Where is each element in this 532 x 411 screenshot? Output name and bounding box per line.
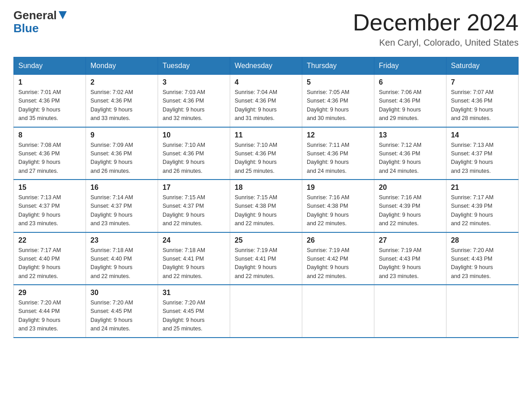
day-info: Sunrise: 7:05 AM Sunset: 4:36 PM Dayligh…: [307, 88, 369, 123]
calendar-cell: 23 Sunrise: 7:18 AM Sunset: 4:40 PM Dayl…: [86, 232, 158, 285]
day-info: Sunrise: 7:20 AM Sunset: 4:45 PM Dayligh…: [163, 299, 225, 334]
day-number: 30: [90, 289, 153, 297]
day-info: Sunrise: 7:17 AM Sunset: 4:39 PM Dayligh…: [451, 193, 514, 228]
header-monday: Monday: [86, 57, 158, 75]
svg-marker-0: [59, 11, 67, 19]
week-row-2: 8 Sunrise: 7:08 AM Sunset: 4:36 PM Dayli…: [14, 127, 519, 180]
calendar-cell: 25 Sunrise: 7:19 AM Sunset: 4:41 PM Dayl…: [230, 232, 302, 285]
calendar-cell: 19 Sunrise: 7:16 AM Sunset: 4:38 PM Dayl…: [302, 180, 374, 232]
day-number: 15: [18, 184, 81, 192]
day-info: Sunrise: 7:20 AM Sunset: 4:43 PM Dayligh…: [451, 246, 514, 281]
day-number: 16: [90, 184, 153, 192]
day-info: Sunrise: 7:15 AM Sunset: 4:37 PM Dayligh…: [163, 193, 225, 228]
calendar-body: 1 Sunrise: 7:01 AM Sunset: 4:36 PM Dayli…: [14, 75, 519, 338]
calendar-cell: 31 Sunrise: 7:20 AM Sunset: 4:45 PM Dayl…: [158, 285, 230, 338]
logo-triangle-icon: [59, 11, 67, 21]
logo-general: General: [13, 9, 57, 22]
day-number: 26: [307, 236, 369, 244]
calendar-cell: 30 Sunrise: 7:20 AM Sunset: 4:45 PM Dayl…: [86, 285, 158, 338]
day-info: Sunrise: 7:10 AM Sunset: 4:36 PM Dayligh…: [235, 141, 297, 176]
calendar-cell: 21 Sunrise: 7:17 AM Sunset: 4:39 PM Dayl…: [446, 180, 519, 232]
calendar-table: Sunday Monday Tuesday Wednesday Thursday…: [13, 57, 519, 338]
day-number: 25: [235, 236, 297, 244]
calendar-cell: 22 Sunrise: 7:17 AM Sunset: 4:40 PM Dayl…: [14, 232, 86, 285]
day-info: Sunrise: 7:13 AM Sunset: 4:37 PM Dayligh…: [18, 193, 81, 228]
calendar-cell: 4 Sunrise: 7:04 AM Sunset: 4:36 PM Dayli…: [230, 75, 302, 127]
day-number: 3: [163, 78, 225, 86]
day-number: 4: [235, 78, 297, 86]
header-friday: Friday: [374, 57, 446, 75]
calendar-cell: 17 Sunrise: 7:15 AM Sunset: 4:37 PM Dayl…: [158, 180, 230, 232]
page-header: General Blue December 2024 Ken Caryl, Co…: [13, 9, 519, 48]
week-row-5: 29 Sunrise: 7:20 AM Sunset: 4:44 PM Dayl…: [14, 285, 519, 338]
calendar-cell: 29 Sunrise: 7:20 AM Sunset: 4:44 PM Dayl…: [14, 285, 86, 338]
calendar-cell: 10 Sunrise: 7:10 AM Sunset: 4:36 PM Dayl…: [158, 127, 230, 180]
day-info: Sunrise: 7:09 AM Sunset: 4:36 PM Dayligh…: [90, 141, 153, 176]
day-number: 18: [235, 184, 297, 192]
calendar-cell: 20 Sunrise: 7:16 AM Sunset: 4:39 PM Dayl…: [374, 180, 446, 232]
day-number: 9: [90, 131, 153, 139]
calendar-cell: 18 Sunrise: 7:15 AM Sunset: 4:38 PM Dayl…: [230, 180, 302, 232]
day-info: Sunrise: 7:01 AM Sunset: 4:36 PM Dayligh…: [18, 88, 81, 123]
calendar-cell: [446, 285, 519, 338]
day-number: 11: [235, 131, 297, 139]
day-info: Sunrise: 7:04 AM Sunset: 4:36 PM Dayligh…: [235, 88, 297, 123]
calendar-cell: 13 Sunrise: 7:12 AM Sunset: 4:36 PM Dayl…: [374, 127, 446, 180]
day-info: Sunrise: 7:17 AM Sunset: 4:40 PM Dayligh…: [18, 246, 81, 281]
day-number: 20: [379, 184, 442, 192]
logo: General Blue: [13, 9, 67, 34]
calendar-cell: 3 Sunrise: 7:03 AM Sunset: 4:36 PM Dayli…: [158, 75, 230, 127]
calendar-cell: 14 Sunrise: 7:13 AM Sunset: 4:37 PM Dayl…: [446, 127, 519, 180]
day-number: 6: [379, 78, 442, 86]
week-row-3: 15 Sunrise: 7:13 AM Sunset: 4:37 PM Dayl…: [14, 180, 519, 232]
day-info: Sunrise: 7:15 AM Sunset: 4:38 PM Dayligh…: [235, 193, 297, 228]
day-number: 10: [163, 131, 225, 139]
day-info: Sunrise: 7:19 AM Sunset: 4:43 PM Dayligh…: [379, 246, 442, 281]
month-title: December 2024: [353, 9, 519, 36]
day-number: 21: [451, 184, 514, 192]
day-info: Sunrise: 7:07 AM Sunset: 4:36 PM Dayligh…: [451, 88, 514, 123]
calendar-cell: [374, 285, 446, 338]
day-info: Sunrise: 7:18 AM Sunset: 4:41 PM Dayligh…: [163, 246, 225, 281]
header-wednesday: Wednesday: [230, 57, 302, 75]
header-sunday: Sunday: [14, 57, 86, 75]
day-number: 17: [163, 184, 225, 192]
calendar-cell: 2 Sunrise: 7:02 AM Sunset: 4:36 PM Dayli…: [86, 75, 158, 127]
day-info: Sunrise: 7:10 AM Sunset: 4:36 PM Dayligh…: [163, 141, 225, 176]
calendar-cell: 6 Sunrise: 7:06 AM Sunset: 4:36 PM Dayli…: [374, 75, 446, 127]
calendar-cell: 5 Sunrise: 7:05 AM Sunset: 4:36 PM Dayli…: [302, 75, 374, 127]
calendar-header: Sunday Monday Tuesday Wednesday Thursday…: [14, 57, 519, 75]
header-tuesday: Tuesday: [158, 57, 230, 75]
calendar-cell: 1 Sunrise: 7:01 AM Sunset: 4:36 PM Dayli…: [14, 75, 86, 127]
day-info: Sunrise: 7:20 AM Sunset: 4:44 PM Dayligh…: [18, 299, 81, 334]
calendar-cell: 8 Sunrise: 7:08 AM Sunset: 4:36 PM Dayli…: [14, 127, 86, 180]
day-info: Sunrise: 7:12 AM Sunset: 4:36 PM Dayligh…: [379, 141, 442, 176]
day-number: 8: [18, 131, 81, 139]
day-number: 23: [90, 236, 153, 244]
day-number: 28: [451, 236, 514, 244]
day-info: Sunrise: 7:14 AM Sunset: 4:37 PM Dayligh…: [90, 193, 153, 228]
day-number: 1: [18, 78, 81, 86]
calendar-cell: 27 Sunrise: 7:19 AM Sunset: 4:43 PM Dayl…: [374, 232, 446, 285]
day-number: 14: [451, 131, 514, 139]
day-number: 2: [90, 78, 153, 86]
day-info: Sunrise: 7:02 AM Sunset: 4:36 PM Dayligh…: [90, 88, 153, 123]
calendar-cell: 9 Sunrise: 7:09 AM Sunset: 4:36 PM Dayli…: [86, 127, 158, 180]
header-thursday: Thursday: [302, 57, 374, 75]
day-info: Sunrise: 7:03 AM Sunset: 4:36 PM Dayligh…: [163, 88, 225, 123]
calendar-cell: [302, 285, 374, 338]
logo-blue: Blue: [13, 21, 39, 35]
day-number: 27: [379, 236, 442, 244]
day-number: 12: [307, 131, 369, 139]
day-info: Sunrise: 7:08 AM Sunset: 4:36 PM Dayligh…: [18, 141, 81, 176]
week-row-4: 22 Sunrise: 7:17 AM Sunset: 4:40 PM Dayl…: [14, 232, 519, 285]
day-number: 22: [18, 236, 81, 244]
day-number: 24: [163, 236, 225, 244]
day-number: 29: [18, 289, 81, 297]
day-number: 13: [379, 131, 442, 139]
location: Ken Caryl, Colorado, United States: [353, 38, 519, 48]
calendar-cell: 24 Sunrise: 7:18 AM Sunset: 4:41 PM Dayl…: [158, 232, 230, 285]
day-number: 19: [307, 184, 369, 192]
calendar-cell: 16 Sunrise: 7:14 AM Sunset: 4:37 PM Dayl…: [86, 180, 158, 232]
day-info: Sunrise: 7:18 AM Sunset: 4:40 PM Dayligh…: [90, 246, 153, 281]
